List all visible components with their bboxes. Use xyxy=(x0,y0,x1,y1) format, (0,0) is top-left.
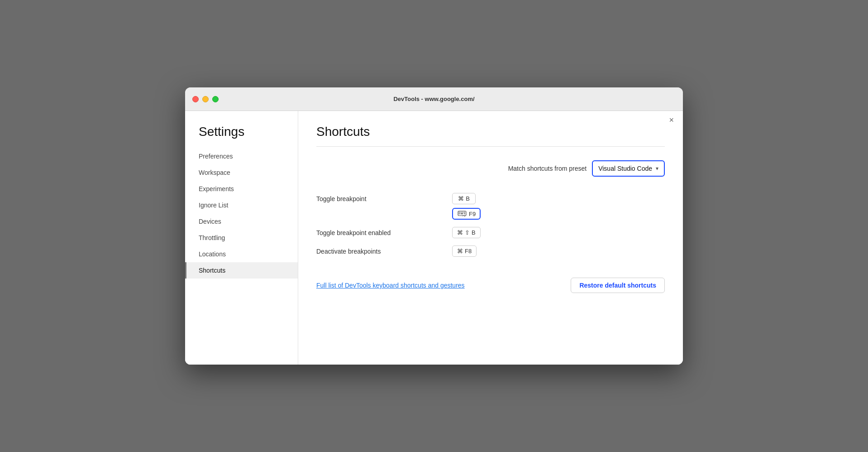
key-shift: ⇧ xyxy=(465,229,470,236)
sidebar-item-ignore-list[interactable]: Ignore List xyxy=(185,197,298,213)
key-b: B xyxy=(466,195,470,202)
sidebar-item-label: Locations xyxy=(199,250,226,258)
shortcut-keys: ⌘ F8 xyxy=(452,245,477,257)
sidebar-item-devices[interactable]: Devices xyxy=(185,213,298,230)
shortcut-row: Toggle breakpoint enabled ⌘ ⇧ B xyxy=(316,227,665,238)
preset-row: Match shortcuts from preset Visual Studi… xyxy=(316,160,665,177)
window-title: DevTools - www.google.com/ xyxy=(393,96,474,102)
footer-row: Full list of DevTools keyboard shortcuts… xyxy=(316,273,665,293)
close-button[interactable]: × xyxy=(669,116,674,124)
svg-rect-5 xyxy=(459,213,460,214)
traffic-lights xyxy=(192,96,219,102)
sidebar-item-label: Devices xyxy=(199,218,221,225)
sidebar-item-label: Throttling xyxy=(199,234,225,241)
svg-rect-2 xyxy=(461,212,462,212)
key-f8: F8 xyxy=(465,248,472,255)
svg-rect-4 xyxy=(464,212,466,212)
preset-select[interactable]: Visual Studio Code ▾ xyxy=(594,162,663,175)
sidebar-item-workspace[interactable]: Workspace xyxy=(185,164,298,181)
main-layout: Settings Preferences Workspace Experimen… xyxy=(185,111,683,365)
close-traffic-light[interactable] xyxy=(192,96,199,102)
maximize-traffic-light[interactable] xyxy=(212,96,219,102)
key-cmd: ⌘ xyxy=(458,195,464,202)
sidebar-item-label: Preferences xyxy=(199,153,233,160)
devtools-window: DevTools - www.google.com/ Settings Pref… xyxy=(185,87,683,365)
key-badge-cmd-b: ⌘ B xyxy=(452,193,476,204)
sidebar-heading: Settings xyxy=(185,120,298,148)
chevron-down-icon: ▾ xyxy=(656,165,658,172)
shortcut-keys: ⌘ B xyxy=(452,193,476,204)
key-badge-cmd-f8: ⌘ F8 xyxy=(452,245,477,257)
key-badge-cmd-shift-b: ⌘ ⇧ B xyxy=(452,227,481,238)
key-f9: F9 xyxy=(469,211,476,217)
content-title: Shortcuts xyxy=(316,125,665,139)
sidebar-item-label: Ignore List xyxy=(199,202,228,209)
sidebar-item-label: Experiments xyxy=(199,185,234,192)
restore-defaults-button[interactable]: Restore default shortcuts xyxy=(571,278,665,293)
svg-point-8 xyxy=(464,216,465,216)
sidebar-item-shortcuts[interactable]: Shortcuts xyxy=(185,262,298,279)
minimize-traffic-light[interactable] xyxy=(202,96,209,102)
content-area: × Shortcuts Match shortcuts from preset … xyxy=(298,111,683,365)
key-cmd: ⌘ xyxy=(457,248,463,255)
sidebar-item-preferences[interactable]: Preferences xyxy=(185,148,298,164)
key-cmd: ⌘ xyxy=(457,229,463,236)
svg-rect-6 xyxy=(461,213,463,214)
sidebar-item-label: Shortcuts xyxy=(199,267,225,274)
full-list-link[interactable]: Full list of DevTools keyboard shortcuts… xyxy=(316,282,465,289)
shortcut-name: Toggle breakpoint enabled xyxy=(316,229,452,236)
keyboard-icon xyxy=(457,210,467,217)
shortcut-row: Toggle breakpoint ⌘ B xyxy=(316,193,665,220)
svg-rect-3 xyxy=(463,212,464,212)
preset-label: Match shortcuts from preset xyxy=(508,165,587,172)
shortcut-name: Deactivate breakpoints xyxy=(316,248,452,255)
sidebar-item-throttling[interactable]: Throttling xyxy=(185,230,298,246)
preset-selected-value: Visual Studio Code xyxy=(598,165,652,172)
window-content: Settings Preferences Workspace Experimen… xyxy=(185,111,683,365)
svg-rect-1 xyxy=(459,212,460,212)
sidebar-item-experiments[interactable]: Experiments xyxy=(185,181,298,197)
shortcut-name: Toggle breakpoint xyxy=(316,195,452,202)
content-divider xyxy=(316,146,665,147)
sidebar-item-locations[interactable]: Locations xyxy=(185,246,298,262)
svg-rect-7 xyxy=(464,213,466,214)
sidebar: Settings Preferences Workspace Experimen… xyxy=(185,111,298,365)
shortcut-row: Deactivate breakpoints ⌘ F8 xyxy=(316,245,665,257)
sidebar-item-label: Workspace xyxy=(199,169,230,176)
shortcut-alt-keys-row: F9 xyxy=(452,208,665,220)
title-bar: DevTools - www.google.com/ xyxy=(185,87,683,111)
shortcut-row-group: Toggle breakpoint ⌘ B xyxy=(316,193,665,204)
shortcut-keys: ⌘ ⇧ B xyxy=(452,227,481,238)
preset-select-wrapper: Visual Studio Code ▾ xyxy=(592,160,665,177)
shortcuts-list: Toggle breakpoint ⌘ B xyxy=(316,193,665,257)
key-b: B xyxy=(472,229,476,236)
key-badge-f9-highlighted: F9 xyxy=(452,208,481,220)
